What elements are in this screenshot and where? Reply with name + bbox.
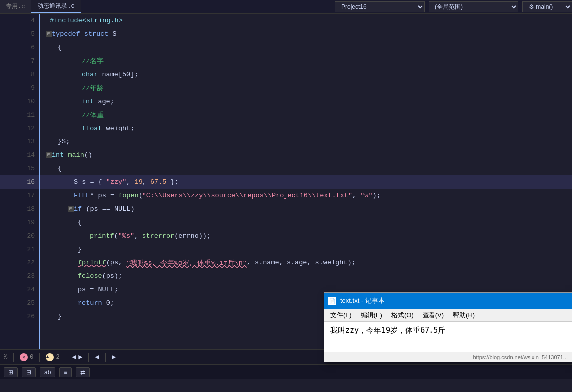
token-comma4: , [134,232,142,240]
forward-arrow[interactable]: ► [78,353,82,361]
token-comma3: , [352,192,360,199]
scope-dropdown[interactable]: (全局范围) [429,1,518,12]
token-ps-null: ps = NULL; [78,286,118,293]
line-num-22: 22 [0,256,39,269]
code-line-17[interactable]: FILE * ps = fopen ( "C:\\Users\\zzy\\sou… [40,189,572,202]
code-line-4[interactable]: #include<string.h> [40,14,572,27]
token-struct-end: }S; [58,138,70,145]
token-sweight: s.weight [315,259,348,266]
warning-item: ▲ 2 [46,353,59,361]
token-errno-paren: ( [174,232,178,240]
token-w-mode: "w" [360,192,372,199]
prev-icon[interactable]: ◄ [95,353,99,361]
code-line-11[interactable]: //体重 [40,108,572,122]
code-line-14[interactable]: ⊟ int main () [40,148,572,162]
nav-arrows[interactable]: ◄ ► [72,353,83,361]
btn-zoom[interactable]: ⊞ [4,367,18,377]
line-num-25: 25 [0,296,39,310]
token-main-close: } [58,313,62,320]
token-main-fn: main [68,151,84,159]
token-s-decl: S s = { [74,178,106,186]
code-line-21[interactable]: } [40,243,572,256]
nav-prev[interactable]: ◄ [95,353,99,361]
bottom-toolbar: ⊞ ⊟ ab ≡ ⇄ [0,364,572,379]
percent-item: % [4,354,7,361]
token-space2 [64,151,68,159]
line-num-21: 21 [0,243,39,256]
tab-dongtai[interactable]: 动态通讯录.c [31,0,81,13]
code-line-19[interactable]: { [40,216,572,229]
btn-layout[interactable]: ⊟ [22,367,36,377]
back-arrow[interactable]: ◄ [72,353,76,361]
line-num-13: 13 [0,135,39,148]
menu-edit[interactable]: 编辑(E) [357,310,386,321]
code-line-9[interactable]: //年龄 [40,81,572,95]
token-main-open: { [58,165,62,172]
token-include: #include<string.h> [50,17,123,24]
token-if: if [74,205,82,213]
code-line-16[interactable]: S s = { "zzy" , 19 , 67.5 }; [40,175,572,189]
menu-help[interactable]: 帮助(H) [449,310,479,321]
code-line-22[interactable]: fprintf ( ps , "我叫%s, 今年%d岁, 体重%.1f斤\n" … [40,256,572,269]
btn-swap[interactable]: ⇄ [76,367,90,377]
line-num-11: 11 [0,108,39,122]
token-comma6: , [247,259,255,266]
token-comment-name: //名字 [82,57,104,66]
code-line-5[interactable]: ⊟ typedef struct S [40,27,572,41]
btn-list[interactable]: ≡ [59,367,72,377]
tab-zhuanyong[interactable]: 专用.c [0,0,31,13]
token-weight-decl: weight; [102,125,135,132]
token-comment-weight: //体重 [82,111,104,120]
code-line-12[interactable]: float weight; [40,122,572,135]
token-fclose-end: ); [114,272,122,280]
line-num-7: 7 [0,54,39,68]
token-age-decl: age; [94,98,114,105]
token-fprintf-args: ( [106,259,110,266]
token-675: 67.5 [150,178,166,186]
line-num-17: 17 [0,189,39,202]
scope-selector: Project16 (全局范围) ⚙ main() [335,1,572,12]
token-fclose: fclose [78,272,102,280]
token-main-parens: () [84,151,92,159]
line-num-23: 23 [0,269,39,283]
notepad-popup: 📄 text.txt - 记事本 文件(F) 编辑(E) 格式(O) 查看(V)… [324,292,572,362]
token-printf: printf [90,232,114,240]
project-dropdown[interactable]: Project16 [335,1,425,12]
code-line-7[interactable]: //名字 [40,54,572,68]
token-printf-end: )); [199,232,211,240]
token-s: S [108,30,116,38]
token-paren-open: ( [139,192,143,199]
menu-file[interactable]: 文件(F) [326,310,356,321]
fold-btn-5[interactable]: ⊟ [46,31,52,37]
line-num-9: 9 [0,81,39,95]
code-line-18[interactable]: ⊟ if (ps == NULL) [40,202,572,216]
error-count: 0 [30,354,33,361]
code-line-10[interactable]: int age; [40,95,572,108]
token-return-val: 0; [102,299,114,307]
function-dropdown[interactable]: ⚙ main() [522,1,572,12]
code-line-8[interactable]: char name[50]; [40,68,572,81]
token-file: FILE [74,192,90,199]
code-line-15[interactable]: { [40,162,572,175]
btn-ab[interactable]: ab [40,367,55,377]
nav-next[interactable]: ► [112,353,116,361]
token-fclose-args: ( [102,272,106,280]
code-line-23[interactable]: fclose ( ps ); [40,269,572,283]
token-format-str: "我叫%s, 今年%d岁, 体重%.1f斤\n" [126,259,247,267]
token-errno: errno [178,232,199,240]
line-num-4: 4 [0,14,39,27]
fold-btn-18[interactable]: ⊟ [68,206,74,212]
code-line-6[interactable]: { [40,41,572,54]
code-line-20[interactable]: printf ( "%s" , strerror ( errno )); [40,229,572,243]
fold-btn-14[interactable]: ⊟ [46,152,52,158]
line-num-18: 18 [0,202,39,216]
notepad-content: 我叫zzy，今年19岁，体重67.5斤 [324,322,572,352]
code-line-13[interactable]: }S; [40,135,572,148]
token-int-main: int [52,151,64,159]
next-icon[interactable]: ► [112,353,116,361]
token-ps-var: ps [110,259,118,266]
token-fopen-end: ); [373,192,381,199]
token-sname: s.name [255,259,279,266]
menu-view[interactable]: 查看(V) [419,310,448,321]
menu-format[interactable]: 格式(O) [387,310,418,321]
